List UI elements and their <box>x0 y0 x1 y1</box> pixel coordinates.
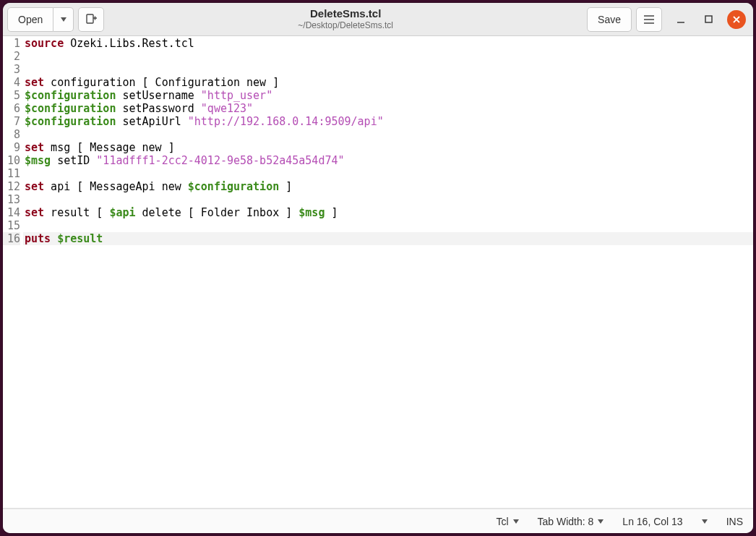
code-line: set result [ $api delete [ Folder Inbox … <box>25 206 753 219</box>
editor-area[interactable]: 12345678910111213141516 source Ozeki.Lib… <box>3 36 753 509</box>
code-line <box>25 193 753 206</box>
code-line: $configuration setApiUrl "http://192.168… <box>25 115 753 128</box>
open-recent-dropdown[interactable] <box>53 7 74 32</box>
open-button[interactable]: Open <box>7 7 53 32</box>
goto-line-dropdown[interactable] <box>702 519 708 524</box>
code-line: set configuration [ Configuration new ] <box>25 76 753 89</box>
chevron-down-icon <box>61 17 66 22</box>
code-line <box>25 128 753 141</box>
insert-mode-label: INS <box>726 516 743 527</box>
open-button-group: Open <box>7 7 74 32</box>
line-number: 2 <box>3 50 20 63</box>
line-number: 13 <box>3 193 20 206</box>
code-line <box>25 167 753 180</box>
save-button[interactable]: Save <box>587 7 632 32</box>
code-line <box>25 63 753 76</box>
code-line: puts $result <box>25 232 753 245</box>
hamburger-icon <box>643 14 655 25</box>
language-label: Tcl <box>496 516 508 527</box>
code-line: set api [ MessageApi new $configuration … <box>25 180 753 193</box>
code-content[interactable]: source Ozeki.Libs.Rest.tclset configurat… <box>23 36 753 508</box>
line-number: 12 <box>3 180 20 193</box>
line-number-gutter: 12345678910111213141516 <box>3 36 23 508</box>
document-path: ~/Desktop/DeleteSms.tcl <box>108 20 583 30</box>
hamburger-menu-button[interactable] <box>636 7 662 32</box>
code-line: source Ozeki.Libs.Rest.tcl <box>25 37 753 50</box>
line-number: 16 <box>3 232 20 245</box>
chevron-down-icon <box>702 519 708 524</box>
maximize-button[interactable] <box>700 11 717 28</box>
line-number: 8 <box>3 128 20 141</box>
line-number: 5 <box>3 89 20 102</box>
line-number: 15 <box>3 219 20 232</box>
cursor-position-label: Ln 16, Col 13 <box>622 516 682 527</box>
code-line <box>25 50 753 63</box>
tab-width-label: Tab Width: 8 <box>538 516 594 527</box>
code-line: $msg setID "11adfff1-2cc2-4012-9e58-b52a… <box>25 154 753 167</box>
line-number: 10 <box>3 154 20 167</box>
code-line: set msg [ Message new ] <box>25 141 753 154</box>
svg-rect-0 <box>87 14 93 23</box>
titlebar: Open DeleteSms.tcl ~/Desktop/DeleteSms.t… <box>3 3 753 36</box>
document-title: DeleteSms.tcl <box>108 7 583 20</box>
minimize-icon <box>676 14 686 25</box>
line-number: 11 <box>3 167 20 180</box>
close-button[interactable] <box>727 10 746 29</box>
tab-width-selector[interactable]: Tab Width: 8 <box>538 516 604 527</box>
line-number: 7 <box>3 115 20 128</box>
line-number: 6 <box>3 102 20 115</box>
code-line: $configuration setPassword "qwe123" <box>25 102 753 115</box>
cursor-position[interactable]: Ln 16, Col 13 <box>622 516 682 527</box>
code-line <box>25 219 753 232</box>
window-controls <box>672 10 746 29</box>
insert-mode-toggle[interactable]: INS <box>726 516 743 527</box>
chevron-down-icon <box>598 519 603 524</box>
title-area: DeleteSms.tcl ~/Desktop/DeleteSms.tcl <box>108 7 583 30</box>
statusbar: Tcl Tab Width: 8 Ln 16, Col 13 INS <box>3 509 753 533</box>
language-selector[interactable]: Tcl <box>496 516 518 527</box>
line-number: 3 <box>3 63 20 76</box>
new-tab-button[interactable] <box>78 7 104 32</box>
line-number: 14 <box>3 206 20 219</box>
svg-rect-1 <box>705 16 712 22</box>
editor-window: Open DeleteSms.tcl ~/Desktop/DeleteSms.t… <box>3 3 753 533</box>
line-number: 4 <box>3 76 20 89</box>
code-line: $configuration setUsername "http_user" <box>25 89 753 102</box>
close-icon <box>732 15 741 24</box>
line-number: 1 <box>3 37 20 50</box>
new-document-icon <box>85 13 98 26</box>
chevron-down-icon <box>513 519 519 524</box>
line-number: 9 <box>3 141 20 154</box>
maximize-icon <box>704 14 713 24</box>
minimize-button[interactable] <box>672 11 690 28</box>
